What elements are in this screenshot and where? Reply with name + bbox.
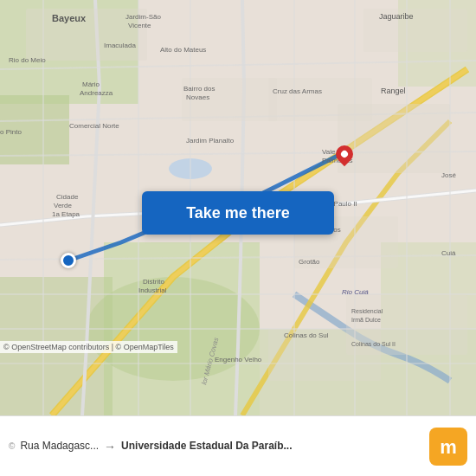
svg-text:Verde: Verde bbox=[54, 202, 72, 209]
svg-text:Grotão: Grotão bbox=[299, 258, 320, 266]
svg-text:José: José bbox=[441, 171, 456, 179]
svg-text:Andreazza: Andreazza bbox=[80, 89, 113, 97]
svg-text:Jaguaribe: Jaguaribe bbox=[379, 12, 414, 21]
svg-text:Bayeux: Bayeux bbox=[52, 13, 87, 23]
svg-text:Cruz das Armas: Cruz das Armas bbox=[273, 87, 322, 95]
svg-text:Bairro dos: Bairro dos bbox=[183, 85, 215, 93]
svg-text:Comercial Norte: Comercial Norte bbox=[69, 122, 119, 130]
svg-text:1a Etapa: 1a Etapa bbox=[52, 210, 80, 218]
copyright-icon: © bbox=[9, 441, 15, 451]
svg-text:Rio do Meio: Rio do Meio bbox=[9, 56, 46, 64]
svg-text:Vicente: Vicente bbox=[128, 22, 151, 29]
svg-text:Imaculada: Imaculada bbox=[104, 42, 136, 49]
svg-text:Alto do Mateus: Alto do Mateus bbox=[160, 46, 206, 54]
moovit-logo: m bbox=[429, 428, 467, 466]
svg-text:Jardim Planalto: Jardim Planalto bbox=[186, 137, 235, 145]
svg-text:Jardim-São: Jardim-São bbox=[125, 13, 161, 21]
svg-text:Colinas do Sul II: Colinas do Sul II bbox=[351, 341, 396, 347]
origin-marker bbox=[61, 253, 76, 268]
route-arrow: → bbox=[104, 440, 116, 453]
svg-text:Distrito: Distrito bbox=[143, 278, 164, 286]
to-location: Universidade Estadual Da Paraíb... bbox=[121, 440, 292, 453]
from-location: Rua Madagasc... bbox=[20, 440, 99, 453]
svg-text:Cuiá: Cuiá bbox=[441, 249, 456, 257]
svg-text:Cidade: Cidade bbox=[56, 193, 79, 201]
svg-text:Irmã Dulce: Irmã Dulce bbox=[351, 317, 381, 323]
svg-text:Residencial: Residencial bbox=[351, 308, 383, 314]
svg-text:Engenho Velho: Engenho Velho bbox=[215, 356, 262, 363]
map-attribution: © OpenStreetMap contributors | © OpenMap… bbox=[0, 341, 177, 353]
route-info: © Rua Madagasc... → Universidade Estadua… bbox=[9, 440, 429, 453]
destination-marker bbox=[336, 145, 353, 170]
svg-text:Colinas do Sul: Colinas do Sul bbox=[284, 331, 329, 339]
svg-text:Novaes: Novaes bbox=[186, 93, 209, 101]
bottom-bar: © Rua Madagasc... → Universidade Estadua… bbox=[0, 415, 476, 476]
svg-text:m: m bbox=[440, 436, 457, 458]
svg-text:o Pinto: o Pinto bbox=[0, 128, 22, 136]
map-container: Bayeux Jardim-São Vicente Imaculada Rio … bbox=[0, 0, 476, 415]
take-me-there-button[interactable]: Take me there bbox=[142, 191, 334, 235]
svg-text:Rangel: Rangel bbox=[381, 87, 406, 95]
svg-text:Industrial: Industrial bbox=[138, 286, 167, 294]
svg-text:Rio Cuiá: Rio Cuiá bbox=[342, 288, 369, 296]
svg-rect-13 bbox=[268, 78, 372, 121]
svg-text:Mário: Mário bbox=[82, 80, 100, 88]
